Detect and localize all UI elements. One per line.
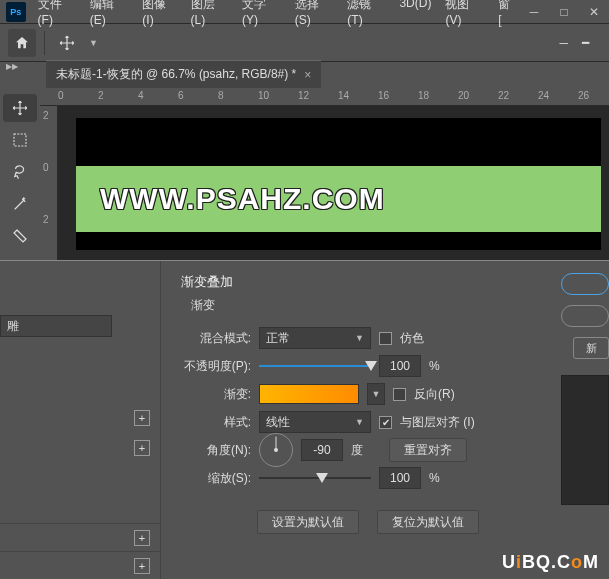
move-tool-option[interactable] bbox=[53, 29, 81, 57]
move-tool-icon bbox=[11, 99, 29, 117]
document-tab[interactable]: 未标题-1-恢复的 @ 66.7% (psahz, RGB/8#) * × bbox=[46, 60, 321, 88]
ruler-tick: 2 bbox=[98, 90, 104, 101]
ruler-tick: 2 bbox=[43, 110, 49, 121]
reset-align-button[interactable]: 重置对齐 bbox=[389, 438, 467, 462]
angle-input[interactable]: -90 bbox=[301, 439, 343, 461]
unit-percent: % bbox=[429, 471, 440, 485]
menu-filter[interactable]: 滤镜(T) bbox=[341, 0, 391, 30]
ruler-tick: 2 bbox=[43, 214, 49, 225]
svg-rect-0 bbox=[14, 134, 26, 146]
opacity-input[interactable]: 100 bbox=[379, 355, 421, 377]
new-style-button[interactable]: 新 bbox=[573, 337, 609, 359]
option-bar-icon[interactable]: ─ bbox=[559, 36, 568, 50]
watermark: UiBQ.CoM bbox=[502, 552, 599, 573]
sidebar-effect-item[interactable]: + bbox=[0, 403, 160, 433]
section-subtitle: 渐变 bbox=[191, 297, 537, 314]
healing-icon bbox=[11, 227, 29, 245]
unit-percent: % bbox=[429, 359, 440, 373]
blend-mode-select[interactable]: 正常 ▼ bbox=[259, 327, 371, 349]
reverse-checkbox[interactable] bbox=[393, 388, 406, 401]
align-checkbox[interactable] bbox=[379, 416, 392, 429]
gradient-dropdown[interactable]: ▼ bbox=[367, 383, 385, 405]
dither-checkbox[interactable] bbox=[379, 332, 392, 345]
add-effect-icon[interactable]: + bbox=[134, 440, 150, 456]
opacity-label: 不透明度(P): bbox=[181, 358, 251, 375]
blend-mode-label: 混合模式: bbox=[181, 330, 251, 347]
menu-type[interactable]: 文字(Y) bbox=[236, 0, 287, 30]
set-default-button[interactable]: 设置为默认值 bbox=[257, 510, 359, 534]
option-bar-icon2[interactable]: ━ bbox=[582, 36, 589, 50]
move-tool[interactable] bbox=[3, 94, 37, 122]
ruler-tick: 14 bbox=[338, 90, 349, 101]
add-effect-icon[interactable]: + bbox=[134, 558, 150, 574]
sidebar-effect-item[interactable]: + bbox=[0, 523, 160, 551]
opacity-slider[interactable] bbox=[259, 359, 371, 373]
layer-style-dialog: 雕 + + + + 渐变叠加 渐变 混合模式: 正常 ▼ 仿色 不透明度(P): bbox=[0, 260, 609, 579]
style-select[interactable]: 线性 ▼ bbox=[259, 411, 371, 433]
ruler-tick: 0 bbox=[58, 90, 64, 101]
unit-degree: 度 bbox=[351, 442, 363, 459]
add-effect-icon[interactable]: + bbox=[134, 410, 150, 426]
tab-close-icon[interactable]: × bbox=[304, 68, 311, 82]
ruler-tick: 26 bbox=[578, 90, 589, 101]
ruler-tick: 12 bbox=[298, 90, 309, 101]
marquee-tool[interactable] bbox=[3, 126, 37, 154]
chevron-down-icon: ▼ bbox=[355, 333, 364, 343]
ruler-tick: 20 bbox=[458, 90, 469, 101]
ruler-tick: 8 bbox=[218, 90, 224, 101]
window-maximize-button[interactable]: □ bbox=[549, 0, 579, 24]
menu-3d[interactable]: 3D(D) bbox=[393, 0, 437, 30]
window-close-button[interactable]: ✕ bbox=[579, 0, 609, 24]
menu-layer[interactable]: 图层(L) bbox=[185, 0, 234, 30]
menu-window[interactable]: 窗[ bbox=[492, 0, 519, 30]
ruler-tick: 18 bbox=[418, 90, 429, 101]
menu-image[interactable]: 图像(I) bbox=[136, 0, 182, 30]
cancel-button[interactable] bbox=[561, 305, 609, 327]
wand-icon bbox=[11, 195, 29, 213]
lasso-icon bbox=[11, 163, 29, 181]
blend-mode-value: 正常 bbox=[266, 330, 290, 347]
dither-label: 仿色 bbox=[400, 330, 424, 347]
menu-select[interactable]: 选择(S) bbox=[289, 0, 340, 30]
sidebar-effect-item[interactable]: + bbox=[0, 433, 160, 463]
style-label: 样式: bbox=[181, 414, 251, 431]
marquee-icon bbox=[12, 132, 28, 148]
dialog-main: 渐变叠加 渐变 混合模式: 正常 ▼ 仿色 不透明度(P): 100 % 渐变: bbox=[160, 261, 557, 579]
ruler-tick: 4 bbox=[138, 90, 144, 101]
ruler-horizontal: 0 2 4 6 8 10 12 14 16 18 20 22 24 26 bbox=[40, 88, 609, 106]
ruler-tick: 24 bbox=[538, 90, 549, 101]
scale-input[interactable]: 100 bbox=[379, 467, 421, 489]
crop-tool[interactable] bbox=[3, 222, 37, 250]
ok-button[interactable] bbox=[561, 273, 609, 295]
wand-tool[interactable] bbox=[3, 190, 37, 218]
app-logo: Ps bbox=[6, 2, 26, 22]
add-effect-icon[interactable]: + bbox=[134, 530, 150, 546]
reset-default-button[interactable]: 复位为默认值 bbox=[377, 510, 479, 534]
scale-slider[interactable] bbox=[259, 471, 371, 485]
reverse-label: 反向(R) bbox=[414, 386, 455, 403]
home-icon bbox=[14, 35, 30, 51]
lasso-tool[interactable] bbox=[3, 158, 37, 186]
sidebar-effect-item[interactable]: + bbox=[0, 551, 160, 579]
ruler-tick: 22 bbox=[498, 90, 509, 101]
dialog-sidebar: 雕 + + + + bbox=[0, 261, 160, 579]
sidebar-item-label: 雕 bbox=[7, 318, 19, 335]
chevron-down-icon[interactable]: ▼ bbox=[89, 38, 98, 48]
angle-dial[interactable] bbox=[259, 433, 293, 467]
window-minimize-button[interactable]: ─ bbox=[519, 0, 549, 24]
canvas-workarea: 0 2 4 6 8 10 12 14 16 18 20 22 24 26 2 0… bbox=[40, 88, 609, 260]
chevron-down-icon: ▼ bbox=[372, 389, 381, 399]
preview-swatch bbox=[561, 375, 609, 505]
banner-layer: WWW.PSAHZ.COM bbox=[76, 166, 601, 232]
menu-edit[interactable]: 编辑(E) bbox=[84, 0, 135, 30]
menu-file[interactable]: 文件(F) bbox=[32, 0, 82, 30]
scale-label: 缩放(S): bbox=[181, 470, 251, 487]
ruler-vertical: 2 0 2 bbox=[40, 106, 58, 260]
ruler-tick: 16 bbox=[378, 90, 389, 101]
sidebar-effect-item[interactable]: 雕 bbox=[0, 315, 112, 337]
home-button[interactable] bbox=[8, 29, 36, 57]
expand-panels-icon[interactable]: ▶▶ bbox=[6, 62, 18, 71]
canvas[interactable]: WWW.PSAHZ.COM bbox=[76, 118, 601, 250]
menu-view[interactable]: 视图(V) bbox=[439, 0, 490, 30]
gradient-swatch[interactable] bbox=[259, 384, 359, 404]
